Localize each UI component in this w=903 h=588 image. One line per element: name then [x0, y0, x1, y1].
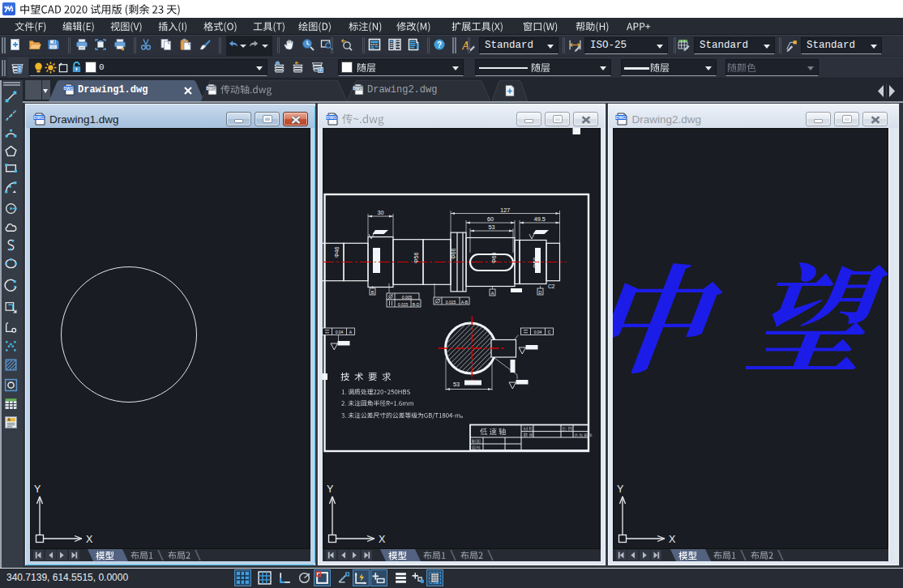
svg-text:0.015: 0.015 — [398, 302, 409, 307]
svg-text:DWG: DWG — [33, 115, 44, 120]
svg-text:Φ50: Φ50 — [373, 258, 379, 268]
svg-text:53: 53 — [489, 224, 495, 231]
svg-text:49.5: 49.5 — [534, 215, 546, 223]
svg-text:A: A — [491, 291, 494, 296]
svg-text:DWG: DWG — [326, 115, 336, 120]
svg-text:?: ? — [437, 40, 442, 49]
svg-text:DWG: DWG — [207, 87, 216, 91]
svg-text:53: 53 — [453, 381, 460, 388]
svg-text:B: B — [371, 290, 374, 295]
svg-text:Φ66: Φ66 — [451, 249, 456, 259]
svg-text:0.04: 0.04 — [336, 330, 344, 334]
svg-text:A: A — [7, 418, 11, 422]
svg-text:Φ56: Φ56 — [413, 253, 419, 263]
svg-text:DWG: DWG — [616, 115, 627, 120]
svg-text:0.04: 0.04 — [534, 330, 542, 334]
svg-text:127: 127 — [500, 207, 510, 214]
svg-text:C: C — [548, 330, 551, 334]
svg-text:30: 30 — [378, 209, 384, 216]
svg-text:D: D — [539, 290, 542, 295]
svg-text:0.015: 0.015 — [446, 300, 456, 305]
svg-text:B-D: B-D — [413, 302, 420, 307]
svg-text:Φ46: Φ46 — [334, 247, 340, 258]
svg-text:Y: Y — [34, 484, 41, 495]
svg-text:C2: C2 — [548, 283, 555, 289]
svg-text:Φ60: Φ60 — [491, 253, 497, 263]
svg-text:X: X — [86, 534, 93, 545]
svg-text:DWG: DWG — [64, 87, 74, 91]
svg-text:60: 60 — [487, 215, 494, 223]
svg-text:Φ50: Φ50 — [533, 258, 538, 268]
svg-text:DWG: DWG — [353, 87, 363, 91]
svg-text:A-B: A-B — [461, 300, 469, 305]
svg-text:0.005: 0.005 — [402, 295, 413, 300]
